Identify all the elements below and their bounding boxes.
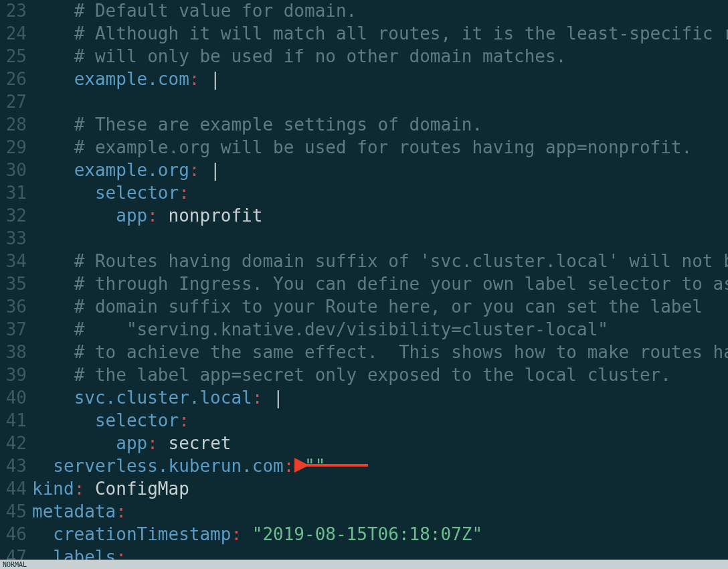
code-line[interactable]: 23 # Default value for domain. [0, 0, 728, 23]
token-str: "2019-08-15T06:18:07Z" [252, 523, 482, 546]
code-line[interactable]: 30 example.org: | [0, 159, 728, 182]
code-line[interactable]: 33 [0, 228, 728, 250]
token-key: selector [95, 410, 179, 432]
code-line[interactable]: 37 # "serving.knative.dev/visibility=clu… [0, 319, 728, 341]
line-content[interactable]: # These are example settings of domain. [32, 114, 482, 137]
line-content[interactable]: # Default value for domain. [32, 0, 357, 23]
code-line[interactable]: 42 app: secret [0, 432, 728, 455]
line-content[interactable]: example.com: | [32, 68, 221, 91]
token-val: nonprofit [158, 205, 263, 228]
line-number: 32 [0, 205, 32, 228]
line-content[interactable]: app: nonprofit [32, 205, 262, 228]
line-content[interactable]: serverless.kuberun.com: "" [32, 455, 325, 478]
code-line[interactable]: 35 # through Ingress. You can define you… [0, 273, 728, 296]
token-key: example.org [74, 159, 189, 182]
token-colon: : [189, 68, 200, 91]
code-line[interactable]: 34 # Routes having domain suffix of 'svc… [0, 250, 728, 273]
token-val: ConfigMap [84, 478, 189, 501]
code-line[interactable]: 46 creationTimestamp: "2019-08-15T06:18:… [0, 523, 728, 546]
line-content[interactable]: creationTimestamp: "2019-08-15T06:18:07Z… [32, 523, 482, 546]
code-line[interactable]: 44kind: ConfigMap [0, 478, 728, 501]
line-content[interactable]: selector: [32, 182, 189, 205]
token-colon: : [147, 432, 158, 455]
token-comment: # These are example settings of domain. [74, 114, 482, 137]
line-content[interactable]: # Routes having domain suffix of 'svc.cl… [32, 250, 728, 273]
line-content[interactable]: svc.cluster.local: | [32, 387, 284, 410]
code-line[interactable]: 28 # These are example settings of domai… [0, 114, 728, 137]
line-number: 23 [0, 0, 32, 23]
token-comment: # Although it will match all routes, it … [74, 23, 728, 46]
line-content[interactable]: selector: [32, 410, 189, 432]
line-content[interactable]: # Although it will match all routes, it … [32, 23, 728, 46]
mode-indicator: NORMAL [3, 561, 27, 568]
line-content[interactable]: # domain suffix to your Route here, or y… [32, 296, 703, 319]
line-number: 39 [0, 364, 32, 387]
statusbar: NORMAL [0, 560, 728, 569]
token-colon: : [231, 523, 242, 546]
code-line[interactable]: 36 # domain suffix to your Route here, o… [0, 296, 728, 319]
line-content[interactable]: metadata: [32, 501, 126, 523]
code-line[interactable]: 24 # Although it will match all routes, … [0, 23, 728, 46]
token-comment: # to achieve the same effect. This shows… [74, 341, 728, 364]
token-val [294, 455, 304, 478]
code-line[interactable]: 26 example.com: | [0, 68, 728, 91]
token-pipe: | [199, 68, 220, 91]
line-number: 27 [0, 91, 32, 114]
code-line[interactable]: 43 serverless.kuberun.com: "" [0, 455, 728, 478]
token-key: selector [95, 182, 179, 205]
token-val [242, 523, 252, 546]
line-number: 37 [0, 319, 32, 341]
line-content[interactable]: # the label app=secret only exposed to t… [32, 364, 671, 387]
code-line[interactable]: 41 selector: [0, 410, 728, 432]
code-line[interactable]: 45metadata: [0, 501, 728, 523]
line-number: 25 [0, 46, 32, 68]
line-number: 34 [0, 250, 32, 273]
token-colon: : [179, 410, 189, 432]
code-line[interactable]: 27 [0, 91, 728, 114]
code-editor[interactable]: 23 # Default value for domain.24 # Altho… [0, 0, 728, 569]
token-colon: : [284, 455, 294, 478]
token-comment: # the label app=secret only exposed to t… [74, 364, 671, 387]
code-line[interactable]: 38 # to achieve the same effect. This sh… [0, 341, 728, 364]
line-number: 46 [0, 523, 32, 546]
token-key: kind [32, 478, 74, 501]
token-colon: : [74, 478, 85, 501]
token-colon: : [179, 182, 189, 205]
code-line[interactable]: 25 # will only be used if no other domai… [0, 46, 728, 68]
token-colon: : [189, 159, 200, 182]
code-line[interactable]: 40 svc.cluster.local: | [0, 387, 728, 410]
line-content[interactable]: # through Ingress. You can define your o… [32, 273, 728, 296]
line-number: 29 [0, 137, 32, 159]
line-number: 24 [0, 23, 32, 46]
line-number: 43 [0, 455, 32, 478]
line-number: 42 [0, 432, 32, 455]
token-key: app [116, 432, 147, 455]
line-content[interactable]: kind: ConfigMap [32, 478, 189, 501]
token-str: "" [304, 455, 325, 478]
line-number: 30 [0, 159, 32, 182]
line-content[interactable]: # to achieve the same effect. This shows… [32, 341, 728, 364]
line-number: 28 [0, 114, 32, 137]
token-colon: : [252, 387, 263, 410]
token-key: metadata [32, 501, 116, 523]
token-key: creationTimestamp [53, 523, 231, 546]
line-content[interactable]: app: secret [32, 432, 231, 455]
line-number: 40 [0, 387, 32, 410]
line-content[interactable]: # will only be used if no other domain m… [32, 46, 566, 68]
line-content[interactable]: # example.org will be used for routes ha… [32, 137, 692, 159]
token-pipe: | [199, 159, 220, 182]
line-content[interactable]: example.org: | [32, 159, 221, 182]
code-line[interactable]: 29 # example.org will be used for routes… [0, 137, 728, 159]
line-number: 41 [0, 410, 32, 432]
token-pipe: | [262, 387, 283, 410]
line-number: 31 [0, 182, 32, 205]
line-number: 26 [0, 68, 32, 91]
code-line[interactable]: 32 app: nonprofit [0, 205, 728, 228]
line-content[interactable]: # "serving.knative.dev/visibility=cluste… [32, 319, 608, 341]
token-colon: : [147, 205, 158, 228]
token-key: app [116, 205, 147, 228]
line-number: 45 [0, 501, 32, 523]
code-line[interactable]: 39 # the label app=secret only exposed t… [0, 364, 728, 387]
code-line[interactable]: 31 selector: [0, 182, 728, 205]
token-comment: # example.org will be used for routes ha… [74, 137, 693, 159]
